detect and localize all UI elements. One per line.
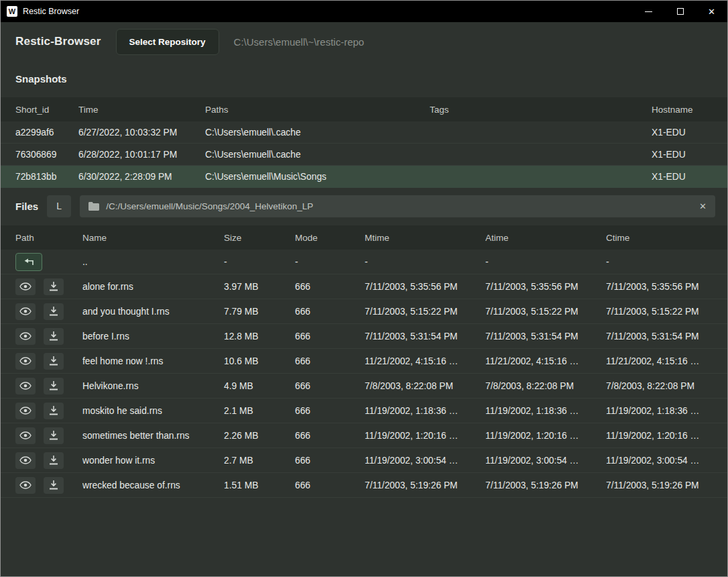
file-mtime: 7/11/2003, 5:35:56 PM bbox=[365, 282, 485, 292]
file-row[interactable]: feel home now !.rns 10.6 MB 666 11/21/20… bbox=[1, 349, 727, 374]
download-icon bbox=[49, 307, 58, 316]
file-name: moskito he said.rns bbox=[82, 406, 224, 416]
file-size: 4.9 MB bbox=[224, 381, 295, 391]
window-title: Restic Browser bbox=[23, 7, 79, 16]
file-atime: 11/19/2002, 1:20:16 … bbox=[485, 431, 606, 441]
file-row[interactable]: moskito he said.rns 2.1 MB 666 11/19/200… bbox=[1, 399, 727, 423]
file-row[interactable]: wonder how it.rns 2.7 MB 666 11/19/2002,… bbox=[1, 448, 727, 473]
column-mtime: Mtime bbox=[365, 233, 485, 243]
select-repository-button[interactable]: Select Repository bbox=[116, 29, 219, 55]
preview-button[interactable] bbox=[15, 353, 36, 370]
file-mode: 666 bbox=[295, 456, 365, 466]
snapshot-short-id: 76306869 bbox=[15, 150, 78, 160]
file-atime: 11/19/2002, 1:18:36 … bbox=[485, 406, 606, 416]
preview-button[interactable] bbox=[15, 477, 36, 494]
download-icon bbox=[49, 356, 58, 366]
file-atime: 7/11/2003, 5:31:54 PM bbox=[485, 331, 606, 342]
snapshot-hostname: X1-EDU bbox=[652, 150, 713, 160]
file-size: 2.7 MB bbox=[224, 456, 295, 466]
file-row[interactable]: and you thought I.rns 7.79 MB 666 7/11/2… bbox=[1, 299, 727, 324]
snapshot-hostname: X1-EDU bbox=[652, 172, 713, 182]
file-mode: 666 bbox=[295, 282, 365, 292]
file-name: Helvikone.rns bbox=[82, 381, 224, 391]
file-mtime: 7/8/2003, 8:22:08 PM bbox=[365, 381, 485, 391]
file-row[interactable]: sometimes better than.rns 2.26 MB 666 11… bbox=[1, 423, 727, 448]
file-mode: 666 bbox=[295, 356, 365, 366]
download-button[interactable] bbox=[44, 278, 64, 295]
preview-button[interactable] bbox=[15, 303, 36, 320]
file-atime: 7/8/2003, 8:22:08 PM bbox=[485, 381, 606, 391]
files-table-header: Path Name Size Mode Mtime Atime Ctime bbox=[1, 225, 727, 250]
app-header: Restic-Browser Select Repository C:\User… bbox=[1, 22, 727, 61]
snapshot-row[interactable]: 76306869 6/28/2022, 10:01:17 PM C:\Users… bbox=[1, 144, 727, 166]
preview-button[interactable] bbox=[15, 403, 36, 419]
clear-path-icon[interactable]: ✕ bbox=[699, 201, 707, 211]
snapshots-heading: Snapshots bbox=[15, 73, 713, 85]
files-path-bar[interactable]: /C:/Users/emuell/Music/Songs/2004_Helvet… bbox=[80, 195, 715, 217]
files-heading: Files bbox=[15, 201, 38, 212]
repository-path: C:\Users\emuell\~\restic-repo bbox=[234, 36, 365, 48]
app-logo-icon: W bbox=[7, 6, 17, 17]
eye-icon bbox=[19, 307, 32, 315]
download-icon bbox=[49, 431, 58, 440]
file-mtime: 11/21/2002, 4:15:16 … bbox=[365, 356, 485, 366]
download-button[interactable] bbox=[44, 427, 64, 444]
file-name: and you thought I.rns bbox=[82, 307, 224, 317]
parent-directory-row[interactable]: .. - - - - - bbox=[1, 250, 727, 274]
download-button[interactable] bbox=[44, 452, 64, 469]
file-mode: 666 bbox=[295, 406, 365, 416]
preview-button[interactable] bbox=[15, 378, 36, 395]
download-icon bbox=[49, 406, 58, 415]
file-mode: 666 bbox=[295, 307, 365, 317]
file-ctime: 11/21/2002, 4:15:16 … bbox=[606, 356, 713, 366]
preview-button[interactable] bbox=[15, 278, 36, 295]
file-row[interactable]: before I.rns 12.8 MB 666 7/11/2003, 5:31… bbox=[1, 324, 727, 349]
column-paths: Paths bbox=[205, 105, 430, 115]
app-title: Restic-Browser bbox=[15, 35, 101, 48]
download-button[interactable] bbox=[44, 378, 64, 395]
file-atime: - bbox=[485, 257, 606, 267]
snapshot-paths: C:\Users\emuell\.cache bbox=[205, 150, 430, 160]
preview-button[interactable] bbox=[15, 452, 36, 469]
preview-button[interactable] bbox=[15, 328, 36, 345]
column-mode: Mode bbox=[295, 233, 365, 243]
file-row[interactable]: Helvikone.rns 4.9 MB 666 7/8/2003, 8:22:… bbox=[1, 374, 727, 399]
go-up-button[interactable] bbox=[15, 253, 42, 271]
eye-icon bbox=[19, 332, 32, 340]
file-name: before I.rns bbox=[82, 331, 224, 342]
snapshot-row[interactable]: a2299af6 6/27/2022, 10:03:32 PM C:\Users… bbox=[1, 121, 727, 144]
file-name: wonder how it.rns bbox=[82, 456, 224, 466]
download-button[interactable] bbox=[44, 477, 64, 494]
snapshot-short-id: a2299af6 bbox=[15, 127, 78, 138]
file-name: .. bbox=[82, 257, 224, 267]
file-row[interactable]: wrecked because of.rns 1.51 MB 666 7/11/… bbox=[1, 473, 727, 498]
minimize-button[interactable] bbox=[633, 1, 664, 22]
close-button[interactable]: ✕ bbox=[696, 1, 727, 22]
column-atime: Atime bbox=[485, 233, 606, 243]
file-ctime: 7/8/2003, 8:22:08 PM bbox=[606, 381, 713, 391]
file-atime: 11/19/2002, 3:00:54 … bbox=[485, 456, 606, 466]
snapshots-table-header: Short_id Time Paths Tags Hostname bbox=[1, 97, 727, 121]
download-button[interactable] bbox=[44, 403, 64, 419]
snapshot-row-selected[interactable]: 72b813bb 6/30/2022, 2:28:09 PM C:\Users\… bbox=[1, 166, 727, 188]
file-size: 7.79 MB bbox=[224, 307, 295, 317]
download-button[interactable] bbox=[44, 328, 64, 345]
snapshot-hostname: X1-EDU bbox=[652, 127, 713, 138]
eye-icon bbox=[19, 282, 32, 291]
preview-button[interactable] bbox=[15, 427, 36, 444]
snapshot-time: 6/28/2022, 10:01:17 PM bbox=[78, 150, 205, 160]
download-icon bbox=[49, 282, 58, 291]
file-atime: 7/11/2003, 5:35:56 PM bbox=[485, 282, 606, 292]
file-ctime: 7/11/2003, 5:31:54 PM bbox=[606, 331, 713, 342]
maximize-button[interactable] bbox=[664, 1, 696, 22]
download-button[interactable] bbox=[44, 303, 64, 320]
files-view-toggle-button[interactable]: L bbox=[47, 195, 71, 217]
file-name: feel home now !.rns bbox=[82, 356, 224, 366]
file-size: 2.26 MB bbox=[224, 431, 295, 441]
download-button[interactable] bbox=[44, 353, 64, 370]
column-size: Size bbox=[224, 233, 295, 243]
file-size: 12.8 MB bbox=[224, 331, 295, 342]
file-mtime: - bbox=[365, 257, 485, 267]
file-row[interactable]: alone for.rns 3.97 MB 666 7/11/2003, 5:3… bbox=[1, 274, 727, 299]
file-name: alone for.rns bbox=[82, 282, 224, 292]
